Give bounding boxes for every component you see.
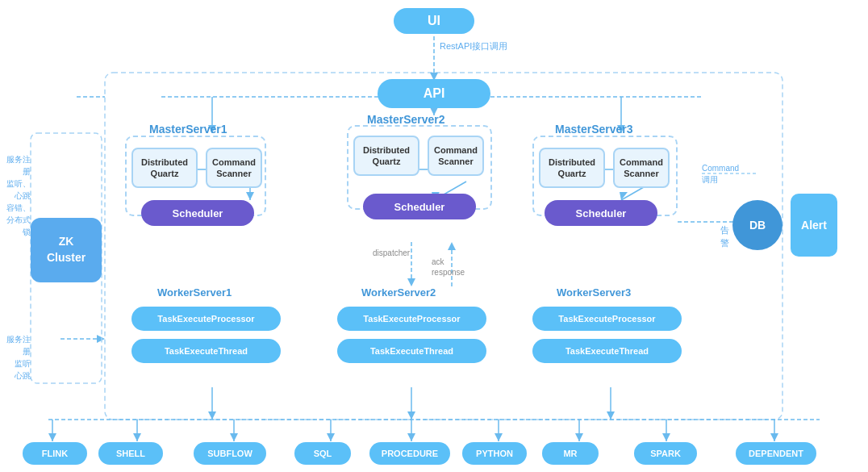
bottom-mr: MR	[542, 442, 599, 465]
svg-marker-51	[575, 433, 583, 441]
command-label: Command 调用	[702, 152, 739, 186]
restapi-label: RestAPI接口调用	[440, 40, 507, 52]
alert-node: Alert	[791, 194, 837, 257]
worker2-task-exec-thread: TaskExecuteThread	[337, 339, 486, 363]
worker2-title: WorkerServer2	[361, 286, 436, 299]
zk-cluster: ZK Cluster	[31, 218, 102, 282]
ui-node: UI	[394, 8, 474, 34]
worker3-task-exec-thread: TaskExecuteThread	[532, 339, 682, 363]
svg-marker-43	[230, 433, 238, 441]
dispatcher-label: dispatcher	[373, 249, 410, 257]
worker2-task-exec-proc: TaskExecuteProcessor	[337, 307, 486, 331]
svg-marker-49	[495, 433, 503, 441]
svg-marker-34	[407, 411, 415, 420]
svg-marker-30	[97, 335, 105, 343]
master2-scheduler: Scheduler	[363, 194, 476, 219]
worker3-task-exec-proc: TaskExecuteProcessor	[532, 307, 682, 331]
svg-marker-32	[208, 411, 216, 420]
master1-dist-quartz: Distributed Quartz	[131, 148, 198, 188]
bottom-dependent: DEPENDENT	[736, 442, 816, 465]
api-node: API	[378, 79, 490, 108]
bottom-shell: SHELL	[98, 442, 163, 465]
svg-marker-55	[770, 433, 778, 441]
worker1-task-exec-proc: TaskExecuteProcessor	[131, 307, 281, 331]
master2-cmd-scanner: Command Scanner	[428, 136, 484, 176]
bottom-flink: FLINK	[23, 442, 87, 465]
ack-label: ack response	[432, 246, 465, 278]
svg-marker-39	[48, 433, 56, 441]
architecture-diagram: UI RestAPI接口调用 API ZK Cluster 服务注册 监听、心跳…	[0, 0, 868, 472]
svg-marker-41	[133, 433, 141, 441]
master1-title: MasterServer1	[149, 123, 227, 136]
bottom-subflow: SUBFLOW	[194, 442, 266, 465]
svg-marker-45	[327, 433, 335, 441]
svg-marker-36	[607, 411, 615, 420]
master2-dist-quartz: Distributed Quartz	[353, 136, 419, 176]
bottom-spark: SPARK	[634, 442, 697, 465]
master3-cmd-scanner: Command Scanner	[613, 148, 670, 188]
bottom-procedure: PROCEDURE	[369, 442, 450, 465]
svg-marker-47	[407, 433, 415, 441]
master3-scheduler: Scheduler	[545, 200, 657, 226]
svg-marker-53	[662, 433, 670, 441]
worker3-title: WorkerServer3	[557, 286, 631, 299]
master1-scheduler: Scheduler	[141, 200, 254, 226]
worker1-title: WorkerServer1	[157, 286, 232, 299]
master3-title: MasterServer3	[555, 123, 633, 136]
master1-cmd-scanner: Command Scanner	[206, 148, 262, 188]
db-node: DB	[732, 200, 782, 250]
bottom-sql: SQL	[294, 442, 351, 465]
zk-bottom-label: 服务注册 监听 心跳	[2, 321, 31, 382]
svg-marker-24	[407, 278, 415, 286]
master3-dist-quartz: Distributed Quartz	[539, 148, 605, 188]
zk-top-label: 服务注册 监听、心跳 容错、分布式锁	[2, 141, 31, 238]
worker1-task-exec-thread: TaskExecuteThread	[131, 339, 281, 363]
bottom-python: PYTHON	[462, 442, 527, 465]
alert-label: 告 警	[720, 210, 729, 250]
master2-title: MasterServer2	[367, 113, 445, 126]
